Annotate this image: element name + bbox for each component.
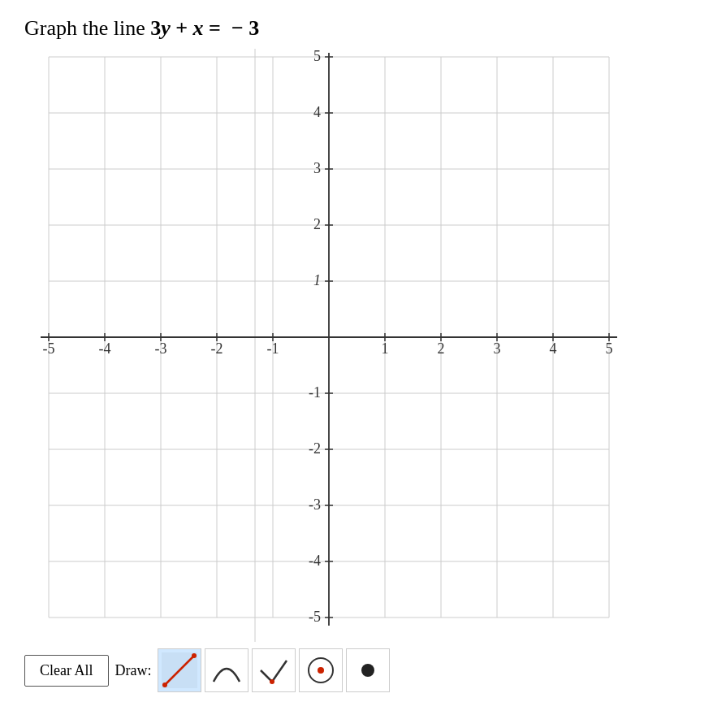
y-label-n2: -2 xyxy=(309,440,321,457)
toolbar: Clear All Draw: xyxy=(24,648,390,692)
graph-area: -5 -4 -3 -2 -1 1 2 3 4 5 5 4 3 2 1 -1 -2… xyxy=(24,49,718,642)
y-label-3: 3 xyxy=(313,160,321,176)
y-label-2: 2 xyxy=(313,216,321,232)
y-label-4: 4 xyxy=(313,104,321,120)
x-label-n3: -3 xyxy=(155,340,167,357)
x-label-3: 3 xyxy=(494,340,501,357)
svg-point-46 xyxy=(192,653,197,658)
y-label-5: 5 xyxy=(313,49,321,64)
draw-label: Draw: xyxy=(115,662,152,679)
x-label-n5: -5 xyxy=(43,340,55,357)
x-label-n4: -4 xyxy=(99,340,111,357)
circle-tool-button[interactable] xyxy=(299,648,343,692)
y-label-n5: -5 xyxy=(309,609,321,625)
svg-point-49 xyxy=(318,667,324,674)
x-label-2: 2 xyxy=(438,340,445,357)
y-label-n4: -4 xyxy=(309,552,321,569)
svg-point-45 xyxy=(162,682,167,687)
svg-point-47 xyxy=(270,679,274,684)
y-label-1: 1 xyxy=(313,272,321,288)
point-tool-button[interactable] xyxy=(346,648,390,692)
x-label-n1: -1 xyxy=(267,340,279,357)
x-label-4: 4 xyxy=(550,340,557,357)
curve-tool-button[interactable] xyxy=(205,648,248,692)
clear-all-button[interactable]: Clear All xyxy=(24,655,109,687)
y-label-n3: -3 xyxy=(309,496,321,513)
check-tool-button[interactable] xyxy=(252,648,296,692)
x-label-1: 1 xyxy=(382,340,389,357)
svg-point-50 xyxy=(361,664,374,677)
y-label-n1: -1 xyxy=(309,384,321,401)
page-title: Graph the line 3y + x = − 3 xyxy=(24,16,259,41)
line-tool-button[interactable] xyxy=(158,648,201,692)
x-label-5: 5 xyxy=(606,340,613,357)
x-label-n2: -2 xyxy=(211,340,223,357)
